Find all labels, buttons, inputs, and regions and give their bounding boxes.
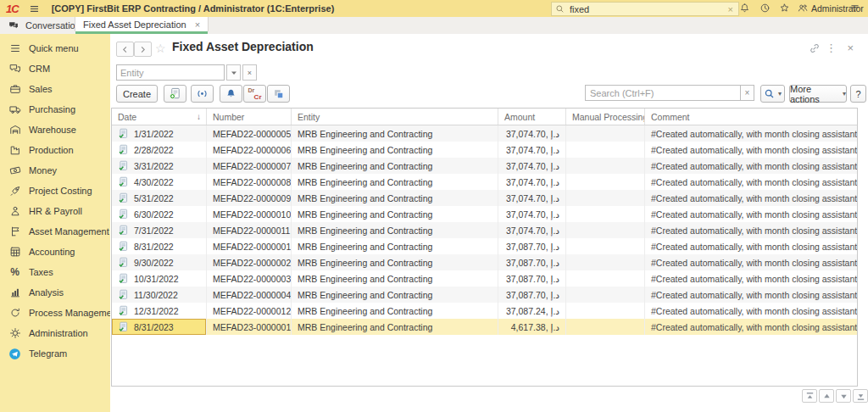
sidebar-item-label: Production — [29, 145, 74, 155]
entity-filter-input[interactable] — [116, 64, 225, 81]
list-navigation — [800, 389, 868, 403]
set-period-button[interactable] — [191, 85, 214, 103]
cell-date[interactable]: 2/28/2022 — [112, 142, 207, 158]
favorite-star-icon[interactable]: ☆ — [155, 42, 166, 55]
cell-amount: 37,087.70, د.إ — [498, 238, 566, 254]
next-page-button[interactable] — [836, 389, 851, 403]
cell-amount: 37,074.70, د.إ — [498, 222, 566, 238]
list-search-input[interactable] — [585, 85, 741, 101]
reminder-button[interactable] — [220, 85, 242, 103]
table-row[interactable]: 12/31/2022 MEFAD22-0000012 MRB Engineeri… — [112, 303, 857, 319]
sidebar-item[interactable]: CRM — [0, 58, 110, 79]
sidebar-item[interactable]: Accounting — [0, 242, 110, 262]
entity-clear-button[interactable]: × — [242, 64, 257, 81]
cell-number: MEFAD22-0000003 — [207, 270, 292, 287]
go-to-end-button[interactable] — [853, 389, 868, 403]
clear-global-search-icon[interactable]: × — [726, 4, 735, 14]
previous-page-button[interactable] — [819, 389, 834, 403]
column-header-manual-processing[interactable]: Manual Processing — [566, 109, 645, 125]
history-icon[interactable] — [760, 3, 771, 14]
cell-date[interactable]: 5/31/2022 — [112, 190, 207, 206]
create-by-copying-button[interactable] — [164, 85, 186, 103]
sidebar-item[interactable]: Project Costing — [0, 181, 110, 201]
table-row[interactable]: 5/31/2022 MEFAD22-0000009 MRB Engineerin… — [112, 190, 857, 206]
cell-date[interactable]: 6/30/2022 — [112, 206, 207, 222]
sidebar-item[interactable]: Administration — [0, 323, 110, 343]
help-button[interactable]: ? — [850, 85, 866, 103]
sidebar-item[interactable]: Money — [0, 160, 110, 181]
column-header-date[interactable]: Date↓ — [112, 109, 207, 125]
cell-date[interactable]: 3/31/2022 — [112, 158, 207, 174]
cell-date[interactable]: 1/31/2022 — [112, 125, 207, 142]
cell-manual-processing — [566, 142, 645, 158]
create-button[interactable]: Create — [116, 85, 158, 103]
table-row[interactable]: 9/30/2022 MEFAD22-0000002 MRB Engineerin… — [112, 254, 857, 270]
cell-date[interactable]: 12/31/2022 — [112, 303, 207, 319]
cell-date[interactable]: 10/31/2022 — [112, 270, 207, 287]
find-button[interactable]: ▾ — [760, 85, 785, 103]
go-to-beginning-button[interactable] — [802, 389, 817, 403]
sidebar-item[interactable]: Purchasing — [0, 99, 110, 120]
global-search[interactable]: × — [551, 2, 739, 16]
column-header-entity[interactable]: Entity — [292, 109, 498, 125]
table-row[interactable]: 6/30/2022 MEFAD22-0000010 MRB Engineerin… — [112, 206, 857, 222]
main-menu-icon[interactable] — [29, 3, 40, 14]
cell-date[interactable]: 11/30/2022 — [112, 287, 207, 303]
related-documents-button[interactable] — [267, 85, 290, 103]
close-tab-icon[interactable]: × — [195, 19, 200, 30]
cell-manual-processing — [566, 319, 645, 335]
sidebar-item[interactable]: Analysis — [0, 282, 110, 303]
kebab-menu-icon[interactable]: ⋮ — [826, 42, 837, 53]
table-row[interactable]: 8/31/2022 MEFAD22-0000001 MRB Engineerin… — [112, 238, 857, 254]
sidebar-item[interactable]: Production — [0, 140, 110, 160]
posted-document-icon — [118, 273, 129, 284]
sidebar-item[interactable]: Asset Management — [0, 221, 110, 242]
notifications-bell-icon[interactable] — [739, 3, 750, 14]
table-row[interactable]: 4/30/2022 MEFAD22-0000008 MRB Engineerin… — [112, 174, 857, 190]
sidebar-item[interactable]: HR & Payroll — [0, 201, 110, 221]
sidebar-item[interactable]: Warehouse — [0, 120, 110, 140]
column-header-number[interactable]: Number — [207, 109, 292, 125]
clear-list-search-icon[interactable]: × — [741, 85, 754, 101]
users-icon[interactable] — [797, 3, 809, 14]
table-row[interactable]: 10/31/2022 MEFAD22-0000003 MRB Engineeri… — [112, 270, 857, 287]
global-search-input[interactable] — [568, 3, 726, 15]
cell-date[interactable]: 8/31/2022 — [112, 238, 207, 254]
column-header-amount[interactable]: Amount — [498, 109, 566, 125]
cell-date[interactable]: 8/31/2023 — [112, 319, 207, 335]
get-link-icon[interactable] — [809, 42, 821, 54]
tab-label: Fixed Asset Depreciation — [83, 19, 186, 30]
cell-number: MEFAD22-0000011 — [207, 222, 292, 238]
service-menu-icon[interactable] — [849, 3, 860, 14]
cell-date[interactable]: 7/31/2022 — [112, 222, 207, 238]
table-row[interactable]: 8/31/2023 MEFAD23-0000001 MRB Engineerin… — [112, 319, 857, 335]
back-button[interactable] — [116, 42, 134, 57]
cell-comment: #Created automatically, with month closi… — [645, 254, 857, 270]
cell-date[interactable]: 4/30/2022 — [112, 174, 207, 190]
sidebar-item[interactable]: Telegram — [0, 343, 110, 364]
posted-document-icon — [118, 225, 129, 236]
cell-number: MEFAD23-0000001 — [207, 319, 292, 335]
cell-comment: #Created automatically, with month closi… — [645, 238, 857, 254]
posted-document-icon — [118, 160, 129, 171]
show-transactions-button[interactable]: DrCr — [243, 85, 266, 103]
close-pane-icon[interactable]: × — [847, 42, 854, 53]
table-row[interactable]: 2/28/2022 MEFAD22-0000006 MRB Engineerin… — [112, 142, 857, 158]
cell-comment: #Created automatically, with month closi… — [645, 158, 857, 174]
cell-comment: #Created automatically, with month closi… — [645, 206, 857, 222]
more-actions-button[interactable]: More actions▾ — [789, 85, 847, 103]
entity-dropdown-button[interactable] — [226, 64, 241, 81]
cell-date[interactable]: 9/30/2022 — [112, 254, 207, 270]
sidebar-item[interactable]: Process Management — [0, 303, 110, 323]
favorites-star-icon[interactable] — [779, 3, 790, 14]
table-row[interactable]: 11/30/2022 MEFAD22-0000004 MRB Engineeri… — [112, 287, 857, 303]
forward-button[interactable] — [134, 42, 152, 57]
sidebar-item[interactable]: % Taxes — [0, 262, 110, 282]
column-header-comment[interactable]: Comment — [645, 109, 857, 125]
table-row[interactable]: 7/31/2022 MEFAD22-0000011 MRB Engineerin… — [112, 222, 857, 238]
sidebar-item[interactable]: Sales — [0, 79, 110, 99]
tab-fixed-asset-depreciation[interactable]: Fixed Asset Depreciation × — [75, 17, 209, 31]
table-row[interactable]: 3/31/2022 MEFAD22-0000007 MRB Engineerin… — [112, 158, 857, 174]
sidebar-item[interactable]: Quick menu — [0, 38, 110, 58]
table-row[interactable]: 1/31/2022 MEFAD22-0000005 MRB Engineerin… — [112, 125, 857, 142]
